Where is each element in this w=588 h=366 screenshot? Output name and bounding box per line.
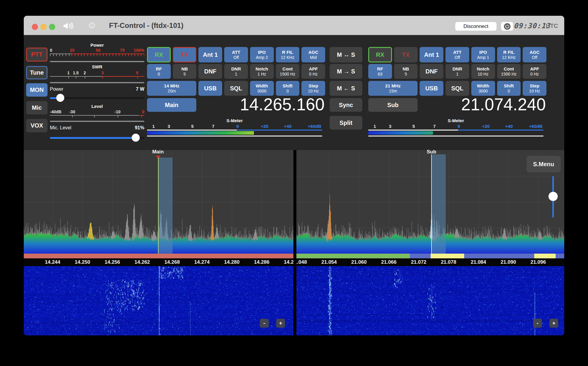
sub-nb-button[interactable]: NB5 [394,64,418,79]
sub-width-button[interactable]: Width3000 [471,81,495,96]
sub-vfo-button[interactable]: Sub [368,98,418,112]
bandplan-segment [296,254,410,258]
bandplan-segment [464,254,534,258]
main-rf-button[interactable]: RF0 [147,64,171,79]
smeter-tick: +20 [261,124,268,129]
tune-button[interactable]: Tune [26,66,48,79]
smeter-tick: 5 [412,124,415,129]
main-waterfall-canvas[interactable] [24,266,293,335]
main-agc-button[interactable]: AGCMid [301,47,325,62]
mic-level-slider[interactable] [50,134,144,142]
main-zoom-in-button[interactable]: + [276,319,285,328]
sub-passband[interactable] [431,154,446,254]
power-button[interactable] [501,22,513,31]
sub-zoom-in-button[interactable]: + [549,319,558,328]
sub-notch-button[interactable]: Notch10 Hz [471,64,495,79]
axis-label: 21.060 [351,259,367,265]
sub-contour-button[interactable]: Cont1500 Hz [497,64,521,79]
split-button[interactable]: Split [330,116,362,130]
main-att-button[interactable]: ATTOff [224,47,248,62]
sub-rf-button[interactable]: RF63 [368,64,392,79]
settings-gear-icon[interactable]: ⚙ [88,20,96,31]
sub-sql-button[interactable]: SQL [445,81,469,96]
mic-level-slider-knob[interactable] [132,134,140,142]
main-frequency-display[interactable]: 14.265.160 [199,95,325,113]
ptt-button[interactable]: PTT [26,48,48,62]
sub-agc-button[interactable]: AGCOff [523,47,546,62]
vox-button[interactable]: VOX [26,119,48,132]
power-meter-bar [50,61,144,62]
sub-frequency-display[interactable]: 21.074.240 [420,95,546,113]
sub-ipo-button[interactable]: IPOAmp 1 [471,47,495,62]
mic-button[interactable]: Mic [26,101,48,114]
sub-zoom-out-button[interactable]: - [533,319,542,328]
main-swap-sub-button[interactable]: M ↔ S [330,47,362,62]
main-dnr-button[interactable]: DNR1 [224,64,248,79]
sub-smeter-title: S-Meter [368,118,543,123]
main-shift-button[interactable]: Shift0 [276,81,300,96]
spectrum-zoom-slider-knob[interactable] [549,192,558,201]
sync-button[interactable]: Sync [330,98,362,112]
main-dnf-button[interactable]: DNF [198,64,222,79]
sub-tx-button[interactable]: TX [394,47,418,62]
main-antenna-button[interactable]: Ant 1 [198,47,222,62]
main-sql-button[interactable]: SQL [224,81,248,96]
sub-spectrum-canvas[interactable] [296,150,564,254]
speaker-icon[interactable] [63,22,74,31]
app-window: ⚙ FT-Control - (ftdx-101) Disconnect 09:… [24,16,564,335]
axis-label: 14.268 [164,259,180,265]
main-passband[interactable] [158,158,173,254]
sub-shift-button[interactable]: Shift0 [497,81,521,96]
smeter-tick: +60dB [308,124,321,129]
main-smeter-title: S-Meter [147,118,322,123]
main-contour-button[interactable]: Cont1500 Hz [276,64,300,79]
main-width-button[interactable]: Width3000 [250,81,274,96]
sub-dnf-button[interactable]: DNF [420,64,443,79]
main-ipo-button[interactable]: IPOAmp 2 [250,47,274,62]
main-rfil-button[interactable]: R FIL12 KHz [276,47,300,62]
main-notch-button[interactable]: Notch1 Hz [250,64,274,79]
sub-tune-line [431,154,432,254]
axis-label: 14.262 [135,259,150,265]
power-slider-label: Power [50,87,63,92]
sub-waterfall-canvas[interactable] [296,266,564,335]
sub-mode-button[interactable]: USB [420,81,443,96]
main-to-sub-button[interactable]: M → S [330,64,362,79]
bandplan-segment [24,254,293,258]
mon-button[interactable]: MON [26,83,48,97]
sub-rfil-button[interactable]: R FIL12 KHz [497,47,521,62]
main-from-sub-button[interactable]: M ← S [330,81,362,96]
sub-antenna-button[interactable]: Ant 1 [420,47,443,62]
sub-dnr-button[interactable]: DNR1 [445,64,469,79]
sub-bandplan-bar [296,254,564,258]
main-apf-button[interactable]: APF0 Hz [301,64,325,79]
spectrum-menu-button[interactable]: S.Menu [527,156,561,172]
axis-label: 21.048 [296,259,307,265]
axis-label: 21.096 [530,259,546,265]
sub-att-button[interactable]: ATTOff [445,47,469,62]
minimize-window-button[interactable] [40,24,47,30]
main-step-button[interactable]: Step10 Hz [301,81,325,96]
close-window-button[interactable] [32,24,38,30]
main-nb-button[interactable]: NB5 [173,64,197,79]
smeter-tick: 9 [236,124,239,129]
sub-step-button[interactable]: Step10 Hz [523,81,546,96]
main-band-button[interactable]: 14 MHz20m [147,81,196,96]
main-vfo-row3: 14 MHz20m USB SQL Width3000 Shift0 Step1… [147,81,325,96]
axis-label: 21.066 [381,259,396,265]
level-scale-0: 0 [142,109,144,114]
smeter-tick: 3 [389,124,391,129]
power-slider-knob[interactable] [56,94,64,102]
sub-band-button[interactable]: 21 MHz15m [368,81,418,96]
sub-rx-button[interactable]: RX [368,47,392,62]
sub-apf-button[interactable]: APF0 Hz [523,64,546,79]
disconnect-button[interactable]: Disconnect [455,22,497,31]
power-slider[interactable] [50,94,144,102]
main-tx-button[interactable]: TX [173,47,197,62]
main-mode-button[interactable]: USB [198,81,222,96]
sub-smeter-bar [368,131,433,135]
main-vfo-button[interactable]: Main [147,98,196,112]
main-zoom-out-button[interactable]: - [260,319,269,328]
zoom-window-button[interactable] [49,24,55,30]
main-rx-button[interactable]: RX [147,47,171,62]
